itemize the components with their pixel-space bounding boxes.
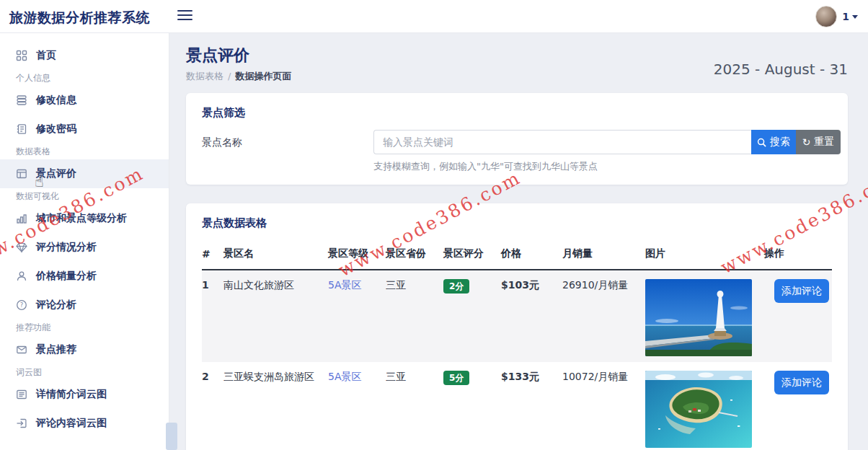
user-menu[interactable]: 1	[815, 6, 858, 27]
sidebar-item-comment-analysis[interactable]: ? 评论分析	[0, 291, 169, 319]
col-level: 景区等级	[328, 247, 386, 270]
scenic-province: 三亚	[386, 270, 443, 362]
app-title: 旅游数据分析推荐系统	[9, 9, 150, 27]
scenic-name: 南山文化旅游区	[223, 270, 328, 362]
question-circle-icon: ?	[16, 299, 27, 311]
col-name: 景区名	[223, 247, 328, 270]
reset-button[interactable]: ↻ 重置	[796, 130, 841, 154]
caret-down-icon	[852, 15, 858, 19]
col-image: 图片	[645, 247, 764, 270]
hamburger-menu-icon[interactable]	[177, 9, 192, 23]
sidebar-item-price-sales-analysis[interactable]: 价格销量分析	[0, 262, 169, 291]
grid-icon	[16, 50, 27, 61]
sidebar-item-label: 详情简介词云图	[36, 388, 107, 401]
sidebar-item-label: 评论分析	[36, 299, 76, 312]
filter-card: 景点筛选 景点名称 搜索 ↻	[186, 93, 848, 185]
search-button[interactable]: 搜索	[751, 130, 796, 154]
table-icon	[16, 168, 27, 180]
sidebar-item-label: 价格销量分析	[36, 270, 97, 283]
search-hint-text: 支持模糊查询，例如输入"九华"可查找到九华山等景点	[373, 160, 841, 173]
notebook-icon	[16, 123, 27, 135]
col-price: 价格	[501, 247, 562, 270]
sidebar-item-rating-analysis[interactable]: 评分情况分析	[0, 233, 169, 262]
arrow-into-box-icon	[16, 418, 27, 429]
sidebar-item-label: 景点评价	[36, 167, 76, 180]
scenic-price: $133元	[501, 362, 562, 450]
app-window: 旅游数据分析推荐系统 1 首页 个人信息	[0, 0, 868, 450]
data-table-card: 景点数据表格 # 景区名 景区等级 景区省份 景区评分 价格 月销量 图片	[186, 203, 848, 450]
refresh-icon: ↻	[802, 137, 811, 147]
breadcrumb-parent[interactable]: 数据表格	[186, 71, 223, 81]
list-box-icon	[16, 389, 27, 400]
sidebar-item-home[interactable]: 首页	[0, 41, 169, 70]
bar-chart-icon	[16, 213, 27, 224]
scenic-sales: 10072/月销量	[562, 362, 645, 450]
sidebar-section-recommend: 推荐功能	[0, 319, 169, 335]
user-avatar[interactable]	[815, 6, 837, 27]
breadcrumb-current: 数据操作页面	[235, 71, 291, 81]
page-title: 景点评价	[186, 45, 291, 66]
table-card-title: 景点数据表格	[202, 216, 832, 230]
scenic-sales: 26910/月销量	[562, 270, 645, 362]
sidebar-section-data-tables: 数据表格	[0, 144, 169, 159]
sidebar-section-wordcloud: 词云图	[0, 364, 169, 380]
sidebar-item-edit-info[interactable]: 修改信息	[0, 86, 169, 115]
keyword-field-label: 景点名称	[202, 130, 373, 173]
sidebar-item-label: 评论内容词云图	[36, 417, 107, 430]
sidebar-item-comment-wordcloud[interactable]: 评论内容词云图	[0, 409, 169, 438]
rating-badge: 2分	[443, 279, 469, 294]
main-content: 景点评价 数据表格/数据操作页面 2025 - August - 31 景点筛选…	[169, 33, 868, 450]
person-icon	[16, 270, 27, 282]
col-index: #	[202, 247, 223, 270]
sidebar-section-data-viz: 数据可视化	[0, 188, 169, 204]
table-row: 2 三亚蜈支洲岛旅游区 5A景区 三亚 5分 $133元 10072/月销量	[202, 362, 832, 450]
sidebar-item-label: 修改密码	[36, 123, 76, 136]
table-header-row: # 景区名 景区等级 景区省份 景区评分 价格 月销量 图片 操作	[202, 247, 832, 270]
sidebar-scrollbar-thumb[interactable]	[166, 423, 177, 450]
sidebar-item-label: 首页	[36, 49, 56, 62]
sidebar-item-scenic-recommend[interactable]: 景点推荐	[0, 335, 169, 364]
scenic-province: 三亚	[386, 362, 443, 450]
scenic-name: 三亚蜈支洲岛旅游区	[223, 362, 328, 450]
rating-badge: 5分	[443, 371, 469, 385]
database-icon	[16, 94, 27, 106]
scenic-level-link[interactable]: 5A景区	[328, 279, 361, 291]
envelope-icon	[16, 344, 27, 356]
sidebar-section-personal-info: 个人信息	[0, 70, 169, 86]
keyword-input[interactable]	[373, 130, 751, 154]
search-icon	[757, 138, 766, 147]
scenic-photo-wuzhizhou-island	[645, 371, 752, 448]
sidebar-item-detail-wordcloud[interactable]: 详情简介词云图	[0, 380, 169, 409]
user-name: 1	[842, 11, 849, 22]
sidebar-item-city-level-analysis[interactable]: 城市和景点等级分析	[0, 204, 169, 233]
col-sales: 月销量	[562, 247, 645, 270]
breadcrumb: 数据表格/数据操作页面	[186, 70, 291, 83]
col-province: 景区省份	[386, 247, 443, 270]
table-row: 1 南山文化旅游区 5A景区 三亚 2分 $103元 26910/月销量	[202, 270, 832, 362]
col-ops: 操作	[764, 247, 832, 270]
filter-card-title: 景点筛选	[202, 106, 841, 120]
sidebar-item-label: 景点推荐	[36, 343, 76, 356]
gem-icon	[16, 242, 27, 253]
svg-text:?: ?	[20, 301, 24, 309]
add-comment-button[interactable]: 添加评论	[774, 371, 829, 394]
scenic-photo-nanshan-statue	[645, 279, 752, 356]
scenic-level-link[interactable]: 5A景区	[328, 371, 361, 382]
sidebar-item-label: 修改信息	[36, 94, 76, 107]
scenic-spot-table: # 景区名 景区等级 景区省份 景区评分 价格 月销量 图片 操作 1	[202, 247, 832, 450]
top-bar: 旅游数据分析推荐系统 1	[0, 0, 868, 33]
col-rating: 景区评分	[443, 247, 501, 270]
scenic-price: $103元	[501, 270, 562, 362]
page-date: 2025 - August - 31	[714, 61, 848, 83]
sidebar-item-label: 城市和景点等级分析	[36, 212, 127, 225]
sidebar-item-label: 评分情况分析	[36, 241, 97, 254]
sidebar-item-change-password[interactable]: 修改密码	[0, 115, 169, 144]
add-comment-button[interactable]: 添加评论	[774, 279, 829, 303]
sidebar-nav: 首页 个人信息 修改信息 修改密码 数据表格	[0, 33, 169, 450]
sidebar-item-scenic-evaluation[interactable]: 景点评价	[0, 159, 169, 188]
